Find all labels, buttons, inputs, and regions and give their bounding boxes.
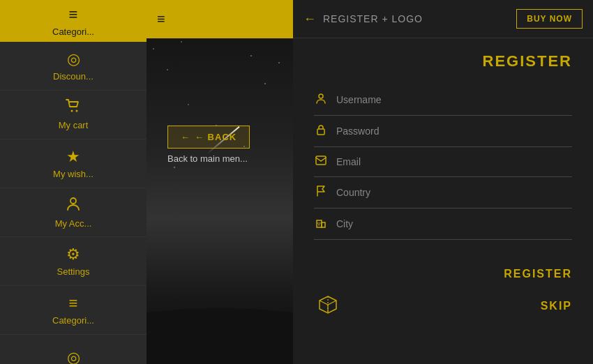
sidebar-item-label: My cart <box>59 120 89 130</box>
svg-point-1 <box>76 110 78 112</box>
right-top-bar: ← REGISTER + LOGO BUY NOW <box>293 0 593 38</box>
discount-icon: ◎ <box>67 50 80 68</box>
background-image <box>147 0 293 364</box>
city-input[interactable] <box>336 218 572 229</box>
flag-field-icon <box>314 185 328 199</box>
sidebar-item-label: My Acc... <box>55 218 92 229</box>
sidebar-item-label: Categori... <box>52 26 94 37</box>
middle-panel: ≡ ← ← BACK Back to main men... <box>147 0 293 364</box>
svg-point-2 <box>70 198 76 204</box>
sidebar-item-account[interactable]: My Acc... <box>0 188 147 237</box>
sidebar-item-discounts[interactable]: ◎ Discoun... <box>0 42 147 91</box>
middle-hamburger-icon[interactable]: ≡ <box>157 11 165 27</box>
hill-silhouette <box>147 308 293 364</box>
sidebar-item-categories2[interactable]: ≡ Categori... <box>0 286 147 335</box>
sidebar-item-label: Settings <box>57 266 90 277</box>
svg-point-3 <box>319 94 323 98</box>
sidebar-item-label: Discoun... <box>53 71 93 82</box>
right-top-bar-left: ← REGISTER + LOGO <box>303 12 423 26</box>
back-button[interactable]: ← ← BACK <box>167 126 250 149</box>
register-title: REGISTER <box>314 52 572 70</box>
right-panel: ← REGISTER + LOGO BUY NOW REGISTER <box>293 0 593 364</box>
lock-field-icon <box>314 124 328 138</box>
building-field-icon <box>314 217 328 231</box>
sidebar-item-wishlist[interactable]: ★ My wish... <box>0 139 147 188</box>
cube-icon <box>314 291 342 321</box>
password-input[interactable] <box>336 126 572 137</box>
country-field <box>314 177 572 208</box>
bottom-row: SKIP <box>314 291 572 321</box>
register-button-row: REGISTER <box>314 254 572 280</box>
hamburger2-icon: ≡ <box>69 294 78 312</box>
hamburger-icon: ≡ <box>69 6 78 24</box>
svg-rect-4 <box>317 129 324 135</box>
password-field <box>314 116 572 147</box>
register-button[interactable]: REGISTER <box>504 268 572 280</box>
person-icon <box>66 196 81 215</box>
sidebar-item-categories-top[interactable]: ≡ Categori... <box>0 0 147 42</box>
sidebar-item-label: Categori... <box>52 315 94 326</box>
email-field-icon <box>314 156 328 168</box>
star-icon: ★ <box>66 148 80 166</box>
right-panel-title: REGISTER + LOGO <box>323 13 423 24</box>
back-button-label: ← BACK <box>195 132 237 142</box>
right-content: REGISTER <box>293 38 593 364</box>
email-input[interactable] <box>336 156 572 167</box>
svg-point-0 <box>71 110 73 112</box>
middle-top-bar: ≡ <box>147 0 293 38</box>
buy-now-button[interactable]: BUY NOW <box>516 9 583 29</box>
back-subtext: Back to main men... <box>167 153 248 164</box>
sidebar-item-label: My wish... <box>53 169 93 179</box>
discount2-icon: ◎ <box>67 349 80 365</box>
email-field <box>314 147 572 177</box>
back-arrow-icon: ← <box>181 132 190 142</box>
country-input[interactable] <box>336 187 572 198</box>
svg-rect-5 <box>316 156 326 165</box>
sidebar: ≡ Categori... ◎ Discoun... My cart ★ My … <box>0 0 147 364</box>
sidebar-item-cart[interactable]: My cart <box>0 91 147 139</box>
skip-button[interactable]: SKIP <box>541 300 572 312</box>
gear-icon: ⚙ <box>66 245 80 264</box>
svg-rect-8 <box>322 222 325 227</box>
person-field-icon <box>314 93 328 107</box>
right-back-arrow[interactable]: ← <box>303 12 316 26</box>
svg-rect-7 <box>317 220 322 227</box>
username-field <box>314 84 572 116</box>
username-input[interactable] <box>336 94 572 105</box>
sidebar-item-discounts2[interactable]: ◎ <box>0 335 147 364</box>
city-field <box>314 208 572 240</box>
sidebar-item-settings[interactable]: ⚙ Settings <box>0 237 147 286</box>
cart-icon <box>66 99 81 117</box>
